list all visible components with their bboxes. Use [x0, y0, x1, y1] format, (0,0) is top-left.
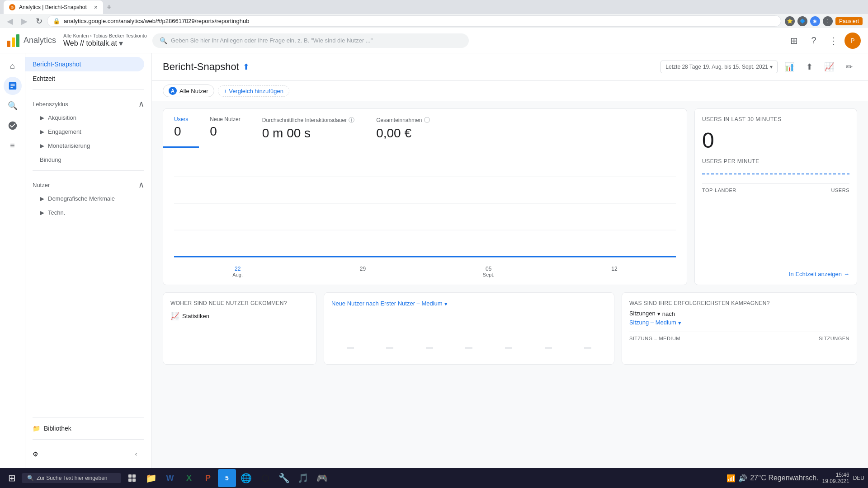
taskbar-icon-excel[interactable]: X	[180, 469, 198, 487]
network-icon: 📶	[726, 474, 736, 483]
sitzung-medium-dropdown[interactable]: Sitzung – Medium	[629, 319, 676, 326]
nav-sub-techn[interactable]: ▶ Techn.	[25, 206, 144, 220]
main-content: Bericht-Snapshot ⬆ Letzte 28 Tage 19. Au…	[152, 53, 868, 468]
bottom-card-kampagnen: WAS SIND IHRE ERFOLGREICHSTEN KAMPAGNEN?…	[622, 292, 857, 365]
insights-button[interactable]: 📈	[821, 59, 837, 75]
nav-divider-3	[33, 417, 144, 418]
apps-button[interactable]: ⊞	[785, 32, 803, 50]
taskbar-icon-powerpoint[interactable]: P	[199, 469, 217, 487]
taskbar-icon-app2[interactable]: ⬡	[256, 469, 274, 487]
metric-tab-interaktionsdauer[interactable]: Durchschnittliche Interaktionsdauer ⓘ 0 …	[251, 109, 365, 148]
svg-rect-10	[132, 474, 136, 478]
nav-sub-bindung[interactable]: Bindung	[25, 153, 144, 167]
svg-rect-4	[16, 34, 19, 47]
taskbar-icon-word[interactable]: W	[161, 469, 179, 487]
nav-sub-engagement[interactable]: ▶ Engagement	[25, 125, 144, 139]
breadcrumb-parent1-link[interactable]: Alle Konten	[63, 33, 89, 38]
browser-tab[interactable]: G Analytics | Bericht-Snapshot ×	[4, 0, 103, 14]
interaktionsdauer-info-icon[interactable]: ⓘ	[349, 116, 354, 124]
ext-icon-2[interactable]: 🔷	[797, 16, 807, 26]
nav-sub-techn-label: Techn.	[48, 209, 65, 216]
metric-tab-neue-nutzer[interactable]: Neue Nutzer 0	[199, 109, 251, 148]
metric-tab-gesamteinnahmen[interactable]: Gesamteinnahmen ⓘ 0,00 €	[365, 109, 440, 148]
ext-icon-1[interactable]: ⭐	[785, 16, 795, 26]
metric-value-neue-nutzer: 0	[210, 124, 240, 139]
nav-spacer	[25, 220, 151, 413]
top-countries-label: TOP-LÄNDER	[702, 188, 736, 193]
edit-button[interactable]: ✏	[841, 59, 857, 75]
user-avatar[interactable]: P	[844, 33, 861, 49]
taskbar-icon-app4[interactable]: 🎵	[294, 469, 312, 487]
forward-button[interactable]: ▶	[18, 15, 31, 28]
ext-icon-4[interactable]: ⋮	[823, 16, 833, 26]
neue-nutzer-dropdown-arrow[interactable]: ▾	[444, 300, 448, 307]
sidebar-icon-list[interactable]: ≡	[4, 136, 22, 155]
address-bar[interactable]: 🔒 analytics.google.com/analytics/web/#/p…	[47, 15, 781, 27]
bar-5	[505, 347, 512, 349]
filter-bar: A Alle Nutzer + Vergleich hinzufügen	[152, 81, 868, 101]
taskbar-icon-app1[interactable]: 5	[218, 469, 236, 487]
realtime-link[interactable]: In Echtzeit anzeigen →	[789, 271, 849, 277]
nav-divider-4	[33, 439, 144, 440]
top-countries-header: TOP-LÄNDER USERS	[702, 183, 849, 193]
nav-collapse-button[interactable]: ‹	[128, 447, 144, 461]
sidebar-icon-explore[interactable]	[4, 117, 22, 135]
bottom-cards: WOHER SIND NEUE NUTZER GEKOMMEN? 📈 Stati…	[152, 292, 868, 372]
sidebar-icon-reports[interactable]	[4, 77, 22, 95]
help-button[interactable]: ?	[805, 32, 823, 50]
main-chart-card: Users 0 Neue Nutzer 0 Durchschnittliche …	[163, 108, 687, 285]
reload-button[interactable]: ↻	[33, 15, 45, 28]
nav-item-bibliothek[interactable]: 📁 Bibliothek	[25, 421, 144, 436]
nav-sub-monetarisierung-label: Monetarisierung	[48, 142, 90, 149]
date-range-label: Letzte 28 Tage	[665, 64, 701, 70]
metric-tab-users[interactable]: Users 0	[163, 109, 199, 148]
realtime-link-area: In Echtzeit anzeigen →	[702, 271, 849, 277]
sitzung-medium-arrow[interactable]: ▾	[678, 319, 681, 326]
stats-row[interactable]: 📈 Statistiken	[170, 312, 309, 320]
date-range-button[interactable]: Letzte 28 Tage 19. Aug. bis 15. Sept. 20…	[660, 61, 778, 73]
nav-section-nutzer-chevron[interactable]: ∧	[138, 180, 144, 190]
more-options-button[interactable]: ⋮	[825, 32, 843, 50]
back-button[interactable]: ◀	[4, 15, 16, 28]
add-compare-button[interactable]: + Vergleich hinzufügen	[218, 85, 289, 97]
new-tab-button[interactable]: +	[103, 1, 115, 14]
svg-rect-12	[132, 479, 136, 482]
taskbar-icon-app3[interactable]: 🔧	[275, 469, 293, 487]
nav-sub-engagement-label: Engagement	[48, 128, 81, 135]
taskbar-icon-app5[interactable]: 🎮	[313, 469, 331, 487]
sidebar-icon-home[interactable]: ⌂	[4, 57, 22, 75]
nav-item-echtzeit[interactable]: Echtzeit	[25, 71, 144, 86]
nav-sub-akquisition[interactable]: ▶ Akquisition	[25, 111, 144, 125]
nav-sub-monetarisierung[interactable]: ▶ Monetarisierung	[25, 139, 144, 153]
all-users-chip[interactable]: A Alle Nutzer	[163, 84, 214, 97]
taskbar-right: 📶 🔊 27°C Regenwahrsch. 15:46 19.09.2021 …	[726, 472, 864, 484]
tab-close-button[interactable]: ×	[94, 4, 98, 11]
add-compare-plus-icon: +	[224, 88, 227, 94]
realtime-card: USERS IN LAST 30 MINUTES 0 USERS PER MIN…	[694, 108, 857, 285]
share-button[interactable]: ⬆	[801, 59, 817, 75]
nav-sub-demografische[interactable]: ▶ Demografische Merkmale	[25, 192, 144, 206]
breadcrumb-dropdown-button[interactable]: ▾	[119, 38, 123, 48]
taskbar-icon-chrome[interactable]: 🌐	[237, 469, 255, 487]
nav-item-settings[interactable]: ⚙	[33, 449, 38, 460]
profile-button[interactable]: Pausiert	[835, 17, 863, 25]
icon-sidebar: ⌂ 🔍 ≡	[0, 53, 25, 468]
nav-sidebar: Bericht-Snapshot Echtzeit Lebenszyklus ∧…	[25, 53, 152, 468]
sidebar-icon-search[interactable]: 🔍	[4, 97, 22, 115]
nav-item-bericht-snapshot[interactable]: Bericht-Snapshot	[25, 57, 144, 71]
taskbar-icon-file-explorer[interactable]: 📁	[142, 469, 160, 487]
sitzungen-dropdown[interactable]: Sitzungen	[629, 310, 656, 317]
taskbar-icon-task-view[interactable]	[123, 469, 141, 487]
chart-view-button[interactable]: 📊	[781, 59, 797, 75]
nav-section-lebenszyklus-chevron[interactable]: ∧	[138, 99, 144, 109]
breadcrumb-parent2-link[interactable]: Tobias Becker Testkonto	[93, 33, 147, 38]
sitzungen-dropdown-arrow[interactable]: ▾	[657, 310, 660, 317]
gesamteinnahmen-info-icon[interactable]: ⓘ	[424, 116, 430, 124]
save-to-library-icon[interactable]: ⬆	[243, 62, 250, 72]
ext-icon-3[interactable]: ◉	[810, 16, 820, 26]
chart-label-22: 22 Aug.	[232, 266, 243, 277]
start-button[interactable]: ⊞	[4, 470, 20, 486]
neue-nutzer-dropdown[interactable]: Neue Nutzer nach Erster Nutzer – Medium	[331, 300, 443, 307]
search-bar[interactable]: 🔍 Geben Sie hier Ihr Anliegen oder Ihre …	[152, 33, 469, 48]
taskbar-search[interactable]: 🔍 Zur Suche Text hier eingeben	[22, 473, 121, 483]
